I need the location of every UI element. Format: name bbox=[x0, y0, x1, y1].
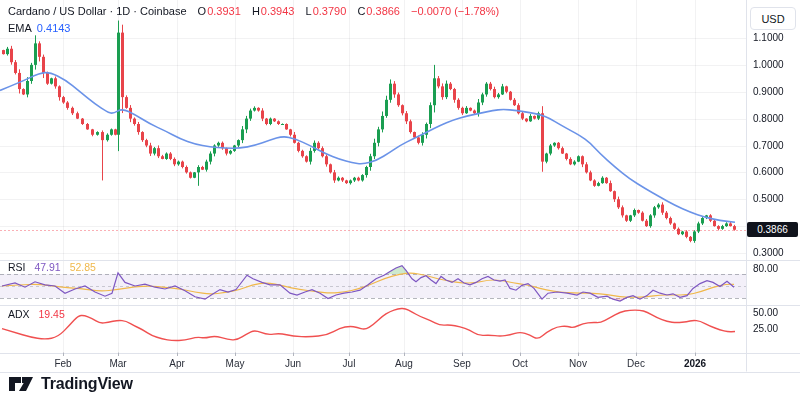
rsi-value: 47.91 bbox=[34, 261, 60, 273]
low-label: L bbox=[306, 5, 312, 17]
low-value: 0.3790 bbox=[313, 5, 347, 17]
adx-tick-label: 50.00 bbox=[753, 307, 778, 318]
price-tick-label: 1.0000 bbox=[753, 59, 784, 70]
price-tick-label: 0.7000 bbox=[753, 140, 784, 151]
last-price-badge: 0.3866 bbox=[747, 222, 798, 237]
high-value: 0.3943 bbox=[261, 5, 295, 17]
time-tick-label: Nov bbox=[569, 358, 587, 369]
time-tick-label: Oct bbox=[512, 358, 528, 369]
high-label: H bbox=[252, 5, 260, 17]
adx-value: 19.45 bbox=[39, 308, 65, 320]
rsi-label: RSI bbox=[8, 261, 26, 273]
price-tick-label: 0.8000 bbox=[753, 113, 784, 124]
open-value: 0.3931 bbox=[207, 5, 241, 17]
adx-tick-label: 25.00 bbox=[753, 323, 778, 334]
price-tick-label: 0.5000 bbox=[753, 193, 784, 204]
change-value: −0.0070 (−1.78%) bbox=[411, 5, 499, 17]
rsi-tick-label: 80.00 bbox=[753, 263, 778, 274]
rsi-ma-value: 52.85 bbox=[70, 261, 96, 273]
ema-value: 0.4143 bbox=[37, 22, 71, 34]
adx-label: ADX bbox=[8, 308, 30, 320]
symbol-title[interactable]: Cardano / US Dollar · 1D · Coinbase bbox=[8, 5, 187, 17]
symbol-legend[interactable]: Cardano / US Dollar · 1D · Coinbase O0.3… bbox=[8, 5, 499, 17]
rsi-legend[interactable]: RSI 47.91 52.85 bbox=[8, 261, 96, 273]
close-value: 0.3866 bbox=[366, 5, 400, 17]
time-tick-label: Mar bbox=[109, 358, 126, 369]
price-tick-label: 1.1000 bbox=[753, 32, 784, 43]
time-tick-label: Dec bbox=[627, 358, 645, 369]
time-tick-label: May bbox=[226, 358, 245, 369]
ema-label: EMA bbox=[8, 22, 32, 34]
price-tick-label: 0.9000 bbox=[753, 86, 784, 97]
price-tick-label: 0.6000 bbox=[753, 166, 784, 177]
footer-brand[interactable]: TradingView bbox=[8, 374, 133, 394]
time-tick-label: Feb bbox=[54, 358, 71, 369]
tradingview-logo-icon bbox=[8, 374, 34, 394]
chart-canvas[interactable] bbox=[0, 0, 800, 400]
trading-chart-window: Cardano / US Dollar · 1D · Coinbase O0.3… bbox=[0, 0, 800, 400]
ema-legend[interactable]: EMA0.4143 bbox=[8, 22, 71, 34]
time-tick-label: Jul bbox=[343, 358, 356, 369]
open-label: O bbox=[198, 5, 207, 17]
time-tick-label: 2026 bbox=[684, 358, 706, 369]
time-tick-label: Apr bbox=[169, 358, 185, 369]
time-tick-label: Jun bbox=[285, 358, 301, 369]
time-tick-label: Sep bbox=[453, 358, 471, 369]
adx-legend[interactable]: ADX 19.45 bbox=[8, 308, 65, 320]
close-label: C bbox=[357, 5, 365, 17]
time-tick-label: Aug bbox=[395, 358, 413, 369]
price-tick-label: 0.3000 bbox=[753, 247, 784, 258]
brand-wordmark: TradingView bbox=[41, 375, 133, 393]
currency-toggle-button[interactable]: USD bbox=[750, 7, 796, 30]
